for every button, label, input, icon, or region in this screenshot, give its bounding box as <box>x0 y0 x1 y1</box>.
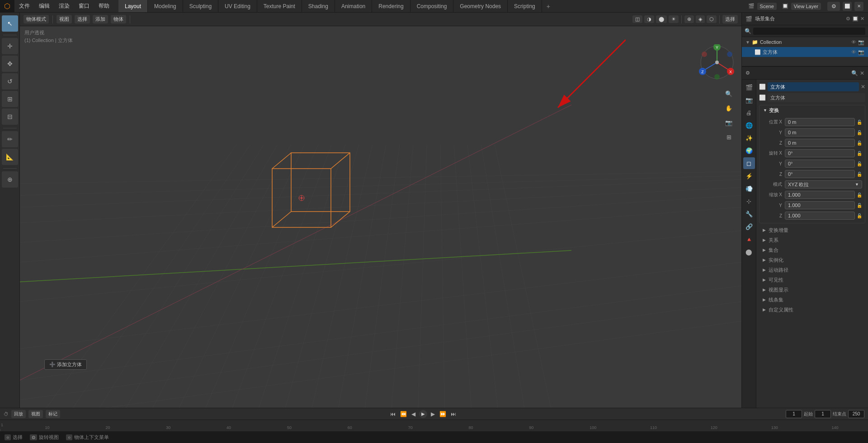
rotation-x-lock-icon[interactable]: 🔓 <box>857 151 862 156</box>
rotation-x-field[interactable]: 0° <box>785 149 855 157</box>
collection-visibility-icon[interactable]: 👁 <box>851 39 856 45</box>
markers-menu[interactable]: 标记 <box>46 410 60 418</box>
jump-back-button[interactable]: ⏪ <box>399 411 408 417</box>
object-close-icon[interactable]: ✕ <box>861 84 865 90</box>
outliner-search-input[interactable] <box>753 28 865 35</box>
properties-close-icon[interactable]: ✕ <box>860 70 864 76</box>
menu-window[interactable]: 窗口 <box>74 0 94 12</box>
scale-y-lock-icon[interactable]: 🔓 <box>857 203 862 208</box>
tab-geometry-nodes[interactable]: Geometry Nodes <box>453 0 508 12</box>
rotation-mode-dropdown[interactable]: XYZ 欧拉 ▼ <box>785 180 862 189</box>
add-workspace-button[interactable]: + <box>542 3 555 10</box>
properties-search-icon[interactable]: 🔍 <box>851 70 858 76</box>
tab-uv-editing[interactable]: UV Editing <box>218 0 257 12</box>
lineart-section[interactable]: ▶ 线条集 <box>759 295 865 305</box>
prop-tab-vfx[interactable]: 💨 <box>743 183 755 194</box>
tab-sculpting[interactable]: Sculpting <box>183 0 218 12</box>
outliner-item-collection[interactable]: ▼ 📁 Collection 👁 📷 <box>742 37 868 47</box>
menu-edit[interactable]: 编辑 <box>34 0 54 12</box>
pan-button[interactable]: ✋ <box>722 102 735 114</box>
tool-cursor[interactable]: ✛ <box>2 38 18 54</box>
prop-tab-constraints[interactable]: 🔗 <box>743 221 755 232</box>
jump-forward-button[interactable]: ⏩ <box>439 411 447 417</box>
prop-tab-view-layer[interactable]: 🌐 <box>743 119 755 131</box>
tool-annotate[interactable]: ✏ <box>2 131 18 147</box>
new-collection-icon[interactable]: 🔲 <box>852 16 859 22</box>
prop-tab-world[interactable]: 🌍 <box>743 145 755 156</box>
collection-render-icon[interactable]: 📷 <box>858 39 864 45</box>
close-outliner-icon[interactable]: ✕ <box>860 16 864 22</box>
scale-y-field[interactable]: 1.000 <box>785 201 855 209</box>
object-menu[interactable]: 物体 <box>111 15 126 24</box>
tab-shading[interactable]: Shading <box>302 0 335 12</box>
scale-z-lock-icon[interactable]: 🔓 <box>857 213 862 218</box>
viewport-display-section[interactable]: ▶ 视图显示 <box>759 285 865 295</box>
cube-render-icon[interactable]: 📷 <box>858 49 864 55</box>
gizmo-widget[interactable]: Y X Z <box>699 44 735 80</box>
timeline-ruler[interactable]: 1 // This won't run here, handled in JS … <box>0 420 868 431</box>
jump-to-start-button[interactable]: ⏮ <box>389 411 396 417</box>
relations-section[interactable]: ▶ 关系 <box>759 235 865 245</box>
playback-menu[interactable]: 回放 <box>11 410 26 418</box>
cube-visibility-icon[interactable]: 👁 <box>851 49 856 55</box>
rotation-y-lock-icon[interactable]: 🔓 <box>857 161 862 166</box>
maximize-button[interactable]: ⬜ <box>843 2 852 11</box>
tool-rotate[interactable]: ↺ <box>2 73 18 90</box>
location-x-field[interactable]: 0 m <box>785 118 855 126</box>
zoom-to-fit-button[interactable]: 🔍 <box>722 87 735 100</box>
current-frame-input[interactable] <box>786 410 802 418</box>
rotation-z-lock-icon[interactable]: 🔓 <box>857 172 862 177</box>
tab-layout[interactable]: Layout <box>118 0 148 12</box>
prop-tab-output[interactable]: 🖨 <box>743 107 755 118</box>
prop-tab-scene[interactable]: 🎬 <box>743 81 755 93</box>
transform-section-header[interactable]: ▼ 变换 <box>760 105 865 115</box>
prop-tab-particles[interactable]: ⊹ <box>743 195 755 207</box>
location-x-lock-icon[interactable]: 🔓 <box>857 120 862 125</box>
view-menu[interactable]: 视图 <box>57 15 72 24</box>
select-menu[interactable]: 选择 <box>75 15 90 24</box>
tab-animation[interactable]: Animation <box>335 0 372 12</box>
play-pause-button[interactable]: ▶ <box>419 410 427 418</box>
close-button[interactable]: ✕ <box>854 2 863 11</box>
outliner-item-cube[interactable]: ⬜ 立方体 👁 📷 <box>742 47 868 57</box>
motion-paths-section[interactable]: ▶ 运动路径 <box>759 265 865 275</box>
location-y-field[interactable]: 0 m <box>785 128 855 137</box>
location-z-field[interactable]: 0 m <box>785 139 855 147</box>
tab-compositing[interactable]: Compositing <box>410 0 454 12</box>
step-forward-button[interactable]: ▶ <box>430 411 436 417</box>
custom-props-section[interactable]: ▶ 自定义属性 <box>759 305 865 315</box>
tool-transform[interactable]: ⊟ <box>2 108 18 125</box>
gizmo-toggle[interactable]: ⊕ <box>684 15 694 23</box>
rotation-z-field[interactable]: 0° <box>785 170 855 178</box>
prop-tab-modifiers[interactable]: ⚡ <box>743 170 755 182</box>
orthographic-button[interactable]: ⊞ <box>722 131 735 143</box>
xray-toggle[interactable]: ⬡ <box>707 15 717 23</box>
tab-scripting[interactable]: Scripting <box>508 0 542 12</box>
prop-tab-render[interactable]: 📷 <box>743 94 755 106</box>
step-back-button[interactable]: ◀ <box>410 411 416 417</box>
scale-z-field[interactable]: 1.000 <box>785 212 855 220</box>
viewport-shading-material[interactable]: ⬤ <box>656 15 667 23</box>
tab-texture-paint[interactable]: Texture Paint <box>257 0 302 12</box>
viewport-shading-solid[interactable]: ◑ <box>644 15 654 23</box>
prop-tab-data[interactable]: 🔺 <box>743 233 755 245</box>
tool-add-object[interactable]: ⊕ <box>2 171 18 188</box>
location-y-lock-icon[interactable]: 🔓 <box>857 130 862 135</box>
tab-modeling[interactable]: Modeling <box>148 0 183 12</box>
object-mode-dropdown[interactable]: 物体模式 <box>24 15 49 24</box>
tab-rendering[interactable]: Rendering <box>372 0 410 12</box>
view-layer-selector[interactable]: View Layer <box>791 3 821 10</box>
rotation-y-field[interactable]: 0° <box>785 160 855 168</box>
end-frame-input[interactable] <box>848 410 864 418</box>
filter-icon[interactable]: ⚙ <box>846 16 850 22</box>
viewport-3d[interactable]: 物体模式 视图 选择 添加 物体 ◫ ◑ ⬤ ☀ ⊕ ◈ ⬡ 选择 用户透 <box>20 13 741 419</box>
select-mode-toggle[interactable]: 选择 <box>722 15 738 24</box>
jump-to-end-button[interactable]: ⏭ <box>450 411 457 417</box>
tool-move[interactable]: ✥ <box>2 56 18 72</box>
prop-tab-material[interactable]: ⬤ <box>743 246 755 258</box>
tool-scale[interactable]: ⊞ <box>2 91 18 107</box>
collections-section[interactable]: ▶ 集合 <box>759 245 865 255</box>
tool-select[interactable]: ↖ <box>2 15 18 32</box>
prop-tab-object[interactable]: ◻ <box>743 157 755 169</box>
prop-tab-scene-props[interactable]: ✨ <box>743 132 755 144</box>
